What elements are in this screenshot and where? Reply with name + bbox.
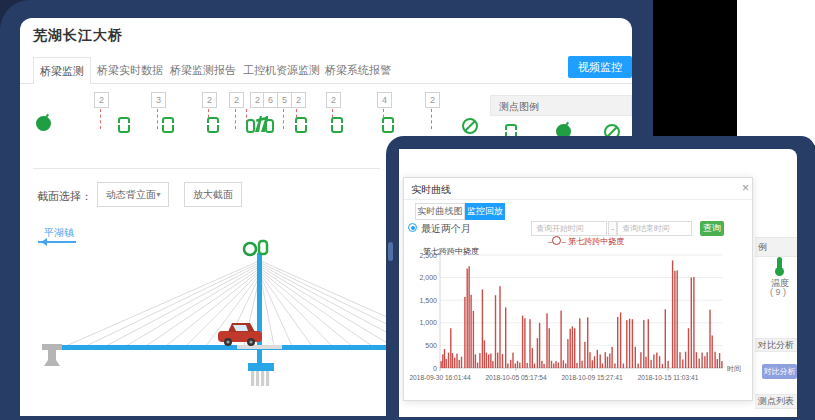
video-monitor-button[interactable]: 视频监控 — [568, 56, 632, 78]
tab-bridge-realtime-data[interactable]: 桥梁实时数据 — [97, 63, 163, 78]
pylon-top-sensor-icons[interactable] — [244, 241, 267, 255]
section-divider — [33, 168, 380, 169]
link-sensor-icon[interactable] — [295, 117, 307, 133]
sensor-dropline — [100, 109, 101, 129]
tab-realtime-curve-chart[interactable]: 实时曲线图 — [415, 203, 465, 220]
sensor-count-badge: 5 — [277, 92, 292, 108]
dialog-title: 实时曲线 — [411, 183, 451, 197]
bridge-diagram — [22, 235, 392, 415]
recent-two-months-radio[interactable] — [408, 223, 417, 232]
sensor-dropline — [157, 109, 158, 129]
sensor-count-badge: 2 — [229, 92, 244, 108]
no-entry-sensor-icon[interactable] — [462, 118, 478, 134]
svg-text:1,500: 1,500 — [419, 297, 437, 304]
sensor-count-badge: 2 — [326, 92, 341, 108]
scrollbar-thumb[interactable] — [388, 242, 393, 261]
car — [218, 323, 262, 346]
query-end-time-input[interactable] — [617, 221, 692, 236]
query-start-time-input[interactable] — [531, 221, 607, 236]
zoom-section-button[interactable]: 放大截面 — [184, 182, 242, 207]
tab-bridge-monitoring[interactable]: 桥梁监测 — [33, 57, 91, 84]
query-button[interactable]: 查询 — [700, 221, 724, 236]
section-select-label: 截面选择： — [37, 189, 92, 204]
svg-text:时间: 时间 — [727, 365, 741, 373]
sensor-dropline — [431, 109, 432, 129]
tab-ipc-resource-monitor[interactable]: 工控机资源监测 — [243, 63, 320, 78]
svg-text:0: 0 — [433, 365, 437, 372]
page-title: 芜湖长江大桥 — [33, 27, 123, 45]
bridge-pylon — [257, 253, 262, 371]
background-white-region — [737, 0, 815, 145]
sensor-count-badge: 2 — [291, 92, 306, 108]
sensor-count-badge: 6 — [263, 92, 278, 108]
sensor-dropline — [235, 109, 236, 129]
deflection-chart: 2,5002,0001,5001,00050002018-09-30 16:01… — [403, 253, 743, 385]
legend-panel-header: 测点图例 — [490, 95, 632, 116]
bridge-left-pier — [42, 344, 62, 366]
sensor-count-badge: 2 — [202, 92, 217, 108]
link-sensor-icon[interactable] — [162, 117, 174, 133]
compare-analysis-header: 对比分析 — [755, 338, 797, 352]
dialog-header-divider — [404, 199, 752, 200]
thermometer-icon[interactable] — [777, 257, 782, 270]
svg-text:2,000: 2,000 — [419, 274, 437, 281]
svg-text:2018-10-15 11:03:41: 2018-10-15 11:03:41 — [638, 374, 699, 381]
chart-svg: 2,5002,0001,5001,00050002018-09-30 16:01… — [403, 253, 743, 385]
svg-text:2018-10-09 15:27:41: 2018-10-09 15:27:41 — [561, 374, 623, 381]
svg-text:500: 500 — [425, 342, 437, 349]
svg-text:2018-09-30 16:01:44: 2018-09-30 16:01:44 — [409, 374, 471, 381]
compare-analysis-button[interactable]: 对比分析 — [762, 364, 797, 379]
chevron-down-icon: ▼ — [155, 183, 162, 206]
side-panel-header-partial: 例 — [755, 237, 797, 257]
point-list-header: 测点列表 — [755, 394, 797, 409]
sensor-count-badge: 2 — [425, 92, 440, 108]
bridge-center-pier — [248, 363, 274, 386]
link-sensor-icon[interactable] — [207, 117, 219, 133]
sensor-dropline — [283, 109, 284, 129]
bridge-deck-joint — [237, 345, 282, 349]
legend-marker-icon — [552, 236, 561, 245]
gauge-sensor-icon[interactable] — [36, 116, 51, 131]
link-sensor-icon[interactable] — [331, 117, 343, 133]
sensor-count-badge: 2 — [94, 92, 109, 108]
background-black-region — [653, 0, 737, 145]
close-icon[interactable]: × — [742, 181, 749, 195]
bridge-deck — [58, 345, 392, 350]
screenshot-stage: 芜湖长江大桥 桥梁监测 桥梁实时数据 桥梁监测报告 工控机资源监测 桥梁系统报警… — [0, 0, 815, 420]
tab-monitor-playback[interactable]: 监控回放 — [465, 203, 505, 220]
tab-bar-divider — [20, 83, 632, 84]
recent-two-months-label: 最近两个月 — [421, 222, 471, 236]
section-select-value: 动态背立面 — [106, 189, 156, 200]
svg-text:2,500: 2,500 — [419, 253, 437, 259]
section-select[interactable]: 动态背立面 ▼ — [97, 182, 169, 207]
pylon-sensor-icon[interactable] — [246, 112, 274, 134]
sensor-count-badge: 3 — [151, 92, 166, 108]
chart-legend: –– 第七跨跨中挠度 — [548, 236, 624, 247]
svg-text:1,000: 1,000 — [419, 319, 437, 326]
link-sensor-icon[interactable] — [118, 117, 130, 133]
temperature-count: ( 9 ) — [770, 287, 786, 297]
date-range-separator: - — [608, 221, 617, 236]
link-sensor-icon[interactable] — [382, 117, 394, 133]
tab-bridge-monitor-report[interactable]: 桥梁监测报告 — [170, 63, 236, 78]
sensor-count-badge: 4 — [377, 92, 392, 108]
svg-text:2018-10-05 05:17:54: 2018-10-05 05:17:54 — [485, 374, 547, 381]
tab-bridge-system-alarm[interactable]: 桥梁系统报警 — [325, 63, 391, 78]
